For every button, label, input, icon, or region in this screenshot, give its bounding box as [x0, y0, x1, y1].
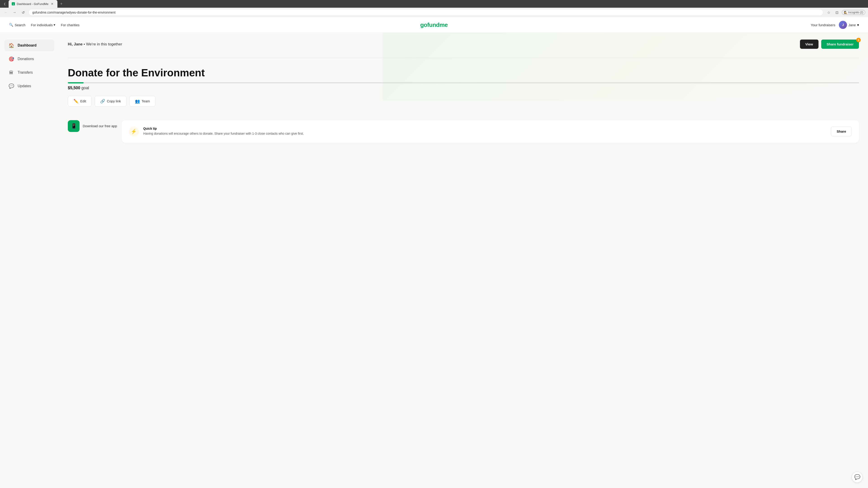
quick-tip-title: Quick tip [143, 127, 827, 130]
sidebar-item-donations[interactable]: 🎯 Donations [4, 53, 54, 65]
edit-button[interactable]: ✏️ Edit [68, 96, 92, 107]
sidebar: 🏠 Dashboard 🎯 Donations 🏛 Transfers 💬 Up… [0, 33, 59, 480]
donations-icon: 🎯 [8, 56, 14, 62]
search-label: Search [15, 23, 26, 27]
gofundme-logo[interactable]: gofundme [420, 22, 448, 29]
for-individuals-chevron-icon: ▾ [54, 23, 55, 27]
progress-bar-container [68, 82, 859, 84]
edit-label: Edit [80, 99, 86, 103]
for-charities-nav-item[interactable]: For charities [61, 23, 80, 27]
for-charities-label: For charities [61, 23, 80, 27]
share-notification-badge: 1 [856, 38, 861, 42]
active-tab[interactable]: g Dashboard - GoFundMe ✕ [8, 0, 57, 8]
sidebar-donations-label: Donations [18, 57, 34, 61]
address-bar-input[interactable] [29, 9, 823, 16]
extensions-button[interactable]: ⊡ [834, 9, 840, 15]
sidebar-updates-label: Updates [18, 84, 31, 88]
team-icon: 👥 [135, 99, 140, 104]
content-inner: Hi, Jane • We're in this together View S… [68, 39, 859, 143]
sidebar-item-updates[interactable]: 💬 Updates [4, 80, 54, 92]
incognito-icon: 🕵 [844, 11, 847, 14]
greeting-separator: • [84, 42, 86, 46]
user-name: Jane [848, 23, 856, 27]
incognito-badge[interactable]: 🕵 Incognito (2) [842, 10, 865, 15]
toolbar-right: ☆ ⊡ 🕵 Incognito (2) [826, 9, 865, 15]
transfers-icon: 🏛 [8, 69, 14, 76]
quick-tip-content: Quick tip Having donations will encourag… [143, 127, 827, 136]
sidebar-transfers-label: Transfers [18, 70, 33, 74]
browser-chrome: ❮ g Dashboard - GoFundMe ✕ + ← → ↺ ☆ ⊡ 🕵… [0, 0, 868, 17]
navbar: 🔍 Search For individuals ▾ For charities… [0, 17, 868, 33]
app-icon: 📱 [68, 120, 80, 132]
header-actions: View Share fundraiser 1 [800, 39, 859, 49]
edit-icon: ✏️ [73, 99, 79, 104]
goal-word: goal [81, 86, 89, 90]
sidebar-item-dashboard[interactable]: 🏠 Dashboard [4, 39, 54, 51]
download-app-label: Download our free app [83, 124, 117, 128]
download-app[interactable]: 📱 Download our free app [68, 120, 117, 132]
for-individuals-nav-item[interactable]: For individuals ▾ [31, 23, 56, 27]
action-buttons: ✏️ Edit 🔗 Copy link 👥 Team [68, 96, 859, 107]
for-individuals-label: For individuals [31, 23, 53, 27]
quick-tip-icon-wrapper: ⚡ [129, 127, 139, 136]
app-icon-symbol: 📱 [71, 123, 77, 129]
chat-icon: 💬 [854, 474, 860, 480]
share-fundraiser-button[interactable]: Share fundraiser 1 [821, 39, 859, 49]
greeting-subtitle: We're in this together [86, 42, 122, 46]
team-button[interactable]: 👥 Team [129, 96, 156, 107]
chat-button[interactable]: 💬 [852, 472, 863, 483]
tab-prev-button[interactable]: ❮ [2, 1, 8, 6]
dashboard-icon: 🏠 [8, 42, 14, 48]
incognito-label: Incognito (2) [848, 11, 863, 14]
your-fundraisers-link[interactable]: Your fundraisers [811, 23, 835, 27]
nav-right: Your fundraisers J Jane ▾ [434, 21, 859, 29]
main-content: Hi, Jane • We're in this together View S… [59, 33, 868, 480]
address-bar-row: ← → ↺ ☆ ⊡ 🕵 Incognito (2) [0, 8, 868, 17]
nav-left: 🔍 Search For individuals ▾ For charities [9, 23, 434, 27]
bookmark-button[interactable]: ☆ [826, 9, 832, 15]
tab-favicon: g [12, 2, 15, 5]
user-avatar: J [839, 21, 847, 29]
sidebar-item-transfers[interactable]: 🏛 Transfers [4, 67, 54, 78]
header-bar: Hi, Jane • We're in this together View S… [68, 39, 859, 49]
page-content: 🔍 Search For individuals ▾ For charities… [0, 17, 868, 480]
search-icon: 🔍 [9, 23, 13, 27]
greeting-text: Hi, Jane • We're in this together [68, 42, 122, 46]
reload-button[interactable]: ↺ [20, 9, 26, 15]
quick-tip-text: Having donations will encourage others t… [143, 131, 827, 136]
team-label: Team [142, 99, 150, 103]
fundraiser-title: Donate for the Environment [68, 67, 859, 78]
greeting-name: Hi, Jane [68, 42, 83, 46]
tab-close-button[interactable]: ✕ [50, 2, 54, 6]
progress-section: $5,500 goal [68, 82, 859, 90]
bottom-section: 📱 Download our free app ⚡ Quick tip Havi… [68, 120, 859, 143]
quick-tip-share-button[interactable]: Share [831, 127, 852, 136]
user-dropdown-chevron-icon: ▾ [857, 23, 859, 27]
logo-text: gofundme [420, 22, 448, 28]
updates-icon: 💬 [8, 83, 14, 89]
user-dropdown[interactable]: J Jane ▾ [839, 21, 859, 29]
sidebar-dashboard-label: Dashboard [18, 43, 37, 47]
back-button[interactable]: ← [3, 9, 9, 15]
copy-link-icon: 🔗 [100, 99, 105, 104]
quick-tip-card: ⚡ Quick tip Having donations will encour… [122, 120, 859, 143]
quick-tip-icon: ⚡ [131, 129, 137, 134]
search-nav-item[interactable]: 🔍 Search [9, 23, 26, 27]
forward-button[interactable]: → [11, 9, 18, 15]
view-button[interactable]: View [800, 39, 818, 49]
progress-goal: $5,500 goal [68, 86, 859, 90]
new-tab-button[interactable]: + [58, 1, 64, 7]
copy-link-button[interactable]: 🔗 Copy link [94, 96, 127, 107]
user-initial: J [842, 23, 844, 27]
goal-amount: $5,500 [68, 86, 80, 90]
share-button-label: Share fundraiser [827, 42, 854, 46]
main-layout: 🏠 Dashboard 🎯 Donations 🏛 Transfers 💬 Up… [0, 33, 868, 480]
copy-link-label: Copy link [107, 99, 121, 103]
greeting-section: Hi, Jane • We're in this together [68, 42, 122, 46]
tab-title: Dashboard - GoFundMe [17, 2, 49, 6]
tab-bar: ❮ g Dashboard - GoFundMe ✕ + [0, 0, 868, 8]
progress-bar-fill [68, 82, 84, 84]
